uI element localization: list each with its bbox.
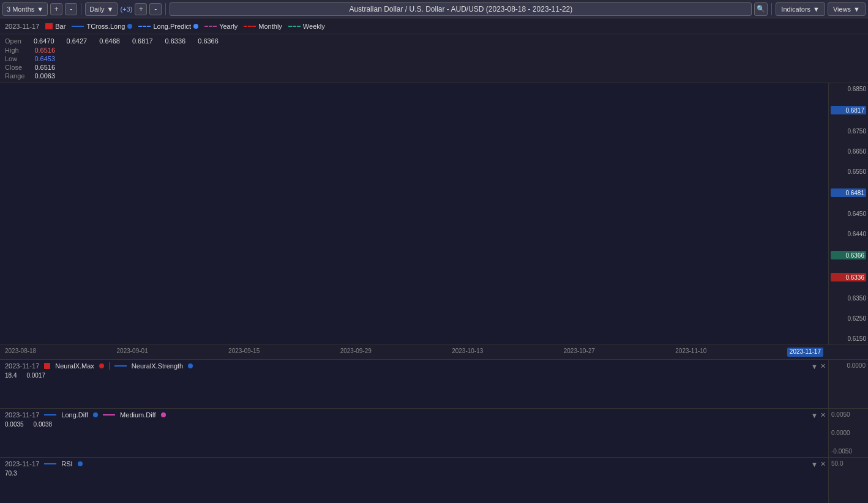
price-0.6850: 0.6850 [831, 86, 866, 92]
rsi-close-button[interactable]: ✕ [820, 460, 826, 468]
neural-chart: 2023-11-17 NeuralX.Max NeuralX.Strength … [0, 360, 828, 408]
diff-close-button[interactable]: ✕ [820, 411, 826, 419]
zoom-out-button[interactable]: - [149, 3, 162, 15]
low-label: Low [5, 55, 24, 62]
date-label-7: 2023-11-10 [675, 348, 706, 357]
indicators-label: Indicators [781, 6, 810, 13]
monthly-line-icon [244, 26, 256, 27]
diff-collapse-button[interactable]: ▼ [811, 411, 818, 419]
price-0.6650: 0.6650 [831, 148, 866, 155]
zoom-in-button[interactable]: + [135, 3, 147, 15]
neural-max-dot [99, 363, 104, 368]
legend-longpredict-label: Long.Predict [153, 23, 191, 30]
medium-diff-label: Medium.Diff [120, 411, 155, 419]
current-price-badge: 0.6481 [831, 188, 866, 197]
date-label-5: 2023-10-13 [452, 348, 483, 357]
diff-y-bot: -0.0050 [831, 448, 866, 455]
main-chart-canvas[interactable] [0, 83, 828, 345]
neural-legend: 2023-11-17 NeuralX.Max NeuralX.Strength … [5, 362, 193, 379]
period-remove-button[interactable]: - [65, 3, 77, 15]
period-add-button[interactable]: + [50, 3, 62, 15]
range-value: 0.0063 [34, 72, 55, 80]
neural-controls: ▼ ✕ [811, 362, 826, 370]
extra-val-1: 0.6427 [67, 37, 88, 45]
long-diff-label: Long.Diff [61, 411, 88, 419]
range-label: Range [5, 72, 24, 80]
long-diff-dot [93, 412, 98, 417]
rsi-canvas[interactable] [0, 458, 828, 503]
indicators-arrow: ▼ [813, 6, 820, 13]
price-0.6250: 0.6250 [831, 315, 866, 322]
interval-selector[interactable]: Daily ▼ [85, 2, 118, 16]
yearly-price: 0.6817 [845, 107, 864, 114]
neural-y-label: 0.0000 [831, 362, 866, 369]
neural-sep [109, 362, 110, 370]
date-label-1: 2023-08-18 [5, 348, 36, 357]
neural-max-value: 18.4 [5, 372, 17, 379]
chart-title: Australian Dollar / U.S. Dollar - AUD/US… [349, 5, 572, 13]
legend-weekly-label: Weekly [303, 23, 325, 30]
close-label: Close [5, 64, 24, 71]
price-0.6450: 0.6450 [831, 211, 866, 217]
search-icon: 🔍 [757, 5, 765, 13]
tcross-dot [127, 24, 132, 29]
legend-tcross: TCross.Long [72, 23, 132, 30]
indicators-dropdown[interactable]: Indicators ▼ [776, 2, 825, 16]
rsi-y-50: 50.0 [831, 460, 866, 467]
date-label-6: 2023-10-27 [564, 348, 595, 357]
legend-weekly: Weekly [288, 23, 325, 30]
date-label-3: 2023-09-15 [228, 348, 260, 357]
neural-date: 2023-11-17 [5, 362, 39, 370]
date-axis: 2023-08-18 2023-09-01 2023-09-15 2023-09… [0, 345, 868, 359]
rsi-date: 2023-11-17 [5, 460, 39, 468]
search-button[interactable]: 🔍 [754, 2, 768, 16]
price-axis: 0.6850 0.6817 0.6750 0.6650 0.6550 0.648… [828, 83, 868, 345]
tcross-line-icon [72, 26, 84, 27]
price-0.6150: 0.6150 [831, 335, 866, 342]
separator-3 [771, 3, 772, 15]
rsi-collapse-button[interactable]: ▼ [811, 460, 818, 468]
period-label: 3 Months [7, 6, 34, 13]
extra-val-2: 0.6468 [99, 37, 120, 45]
legend-longpredict: Long.Predict [138, 23, 198, 30]
close-value: 0.6516 [34, 64, 55, 71]
legend-monthly-label: Monthly [258, 23, 282, 30]
neural-strength-line [114, 365, 127, 367]
rsi-value: 70.3 [5, 470, 83, 477]
rsi-label: RSI [61, 460, 72, 468]
legend-monthly: Monthly [244, 23, 282, 30]
extra-val-3: 0.6817 [132, 37, 153, 45]
neural-close-button[interactable]: ✕ [820, 362, 826, 370]
diff-panel: 2023-11-17 Long.Diff Medium.Diff 0.0035 … [0, 408, 868, 457]
extra-val-4: 0.6336 [165, 37, 186, 45]
views-arrow: ▼ [853, 6, 860, 13]
views-label: Views [833, 6, 851, 13]
date-label-2: 2023-09-01 [117, 348, 148, 357]
neural-strength-value: 0.0017 [26, 372, 45, 379]
price-0.6350: 0.6350 [831, 295, 866, 302]
neural-strength-label: NeuralX.Strength [132, 362, 183, 370]
rsi-dot [78, 461, 83, 466]
interval-label: Daily [89, 6, 104, 13]
rsi-chart: 2023-11-17 RSI 70.3 ▼ ✕ [0, 458, 828, 503]
views-dropdown[interactable]: Views ▼ [828, 2, 866, 16]
chart-title-bar: Australian Dollar / U.S. Dollar - AUD/US… [170, 2, 752, 16]
diff-axis: 0.0050 0.0000 -0.0050 [828, 409, 868, 457]
neural-axis: 0.0000 [828, 360, 868, 408]
current-price: 0.6481 [845, 190, 864, 196]
weekly-line-icon [288, 26, 301, 27]
interval-dropdown-arrow: ▼ [107, 6, 114, 13]
neural-collapse-button[interactable]: ▼ [811, 362, 818, 370]
legend-bar: Bar [45, 23, 65, 30]
neural-max-icon [44, 363, 50, 369]
monthly-price: 0.6336 [845, 274, 864, 281]
diff-legend: 2023-11-17 Long.Diff Medium.Diff 0.0035 … [5, 411, 166, 428]
high-label: High [5, 47, 24, 54]
low-value: 0.6453 [34, 55, 55, 62]
period-selector[interactable]: 3 Months ▼ [2, 2, 48, 16]
open-label: Open [5, 37, 21, 45]
long-diff-value: 0.0035 [5, 421, 24, 428]
neural-panel: 2023-11-17 NeuralX.Max NeuralX.Strength … [0, 359, 868, 408]
date-label-4: 2023-09-29 [340, 348, 372, 357]
period-dropdown-arrow: ▼ [37, 6, 43, 13]
